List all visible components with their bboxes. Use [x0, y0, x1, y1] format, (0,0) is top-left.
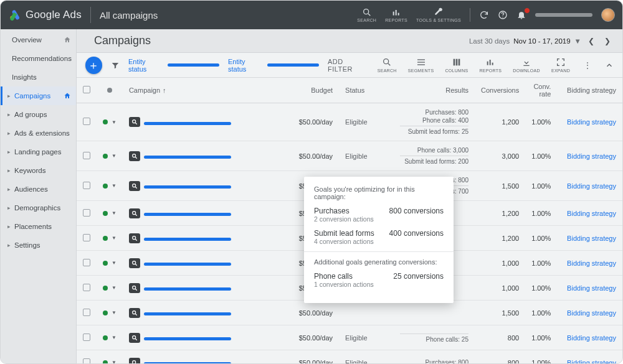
account-picker[interactable]	[535, 13, 592, 17]
row-checkbox[interactable]	[83, 118, 90, 125]
budget-cell[interactable]: $50.00/day	[293, 301, 339, 325]
preview-icon[interactable]	[129, 333, 140, 343]
results-cell[interactable]: Phone calls: 3,000Submit lead forms: 200	[382, 141, 475, 171]
results-cell[interactable]: Phone calls: 25	[382, 325, 475, 350]
table-row[interactable]: ▼$50.00/dayEligiblePurchases: 8008001.00…	[77, 350, 622, 363]
campaign-name-link[interactable]	[144, 185, 231, 189]
status-toggle[interactable]: ▼	[103, 335, 117, 340]
top-search-button[interactable]: SEARCH	[357, 7, 376, 22]
budget-cell[interactable]: $50.00/day	[293, 325, 339, 350]
filter-icon[interactable]	[111, 61, 120, 70]
preview-icon[interactable]	[129, 283, 140, 293]
top-reports-button[interactable]: REPORTS	[385, 7, 407, 22]
table-reports-button[interactable]: REPORTS	[479, 57, 502, 73]
campaign-name-link[interactable]	[144, 122, 231, 125]
date-range-picker[interactable]: Last 30 days Nov 10 - 17, 2019 ▼ ❮ ❯	[469, 35, 614, 47]
top-tools-button[interactable]: TOOLS & SETTINGS	[416, 7, 461, 22]
column-status[interactable]: Status	[345, 86, 364, 94]
row-checkbox[interactable]	[83, 284, 90, 291]
row-checkbox[interactable]	[83, 334, 90, 341]
bidding-strategy-link[interactable]: Bidding strategy	[567, 284, 616, 292]
status-toggle[interactable]: ▼	[103, 119, 117, 125]
column-campaign[interactable]: Campaign	[129, 86, 160, 94]
sidebar-item-overview[interactable]: Overview	[1, 30, 76, 49]
budget-cell[interactable]: $50.00/day	[293, 350, 339, 363]
sidebar-item-audiences[interactable]: ▸Audiences	[1, 180, 76, 198]
row-checkbox[interactable]	[83, 182, 90, 189]
row-checkbox[interactable]	[83, 209, 90, 217]
column-budget[interactable]: Budget	[311, 86, 333, 94]
preview-icon[interactable]	[129, 181, 140, 191]
row-checkbox[interactable]	[83, 259, 90, 266]
table-row[interactable]: ▼$50.00/day1,5001.00%Bidding strategy	[77, 301, 622, 325]
budget-cell[interactable]: $50.00/day	[293, 103, 339, 141]
bidding-strategy-link[interactable]: Bidding strategy	[567, 182, 616, 190]
sidebar-item-campaigns[interactable]: ▸Campaigns	[1, 86, 76, 105]
select-all-checkbox[interactable]	[83, 86, 90, 93]
segments-button[interactable]: SEGMENTS	[408, 57, 434, 73]
column-bidding[interactable]: Bidding strategy	[567, 86, 616, 94]
bidding-strategy-link[interactable]: Bidding strategy	[567, 309, 616, 317]
row-checkbox[interactable]	[83, 309, 90, 316]
date-prev-button[interactable]: ❮	[585, 35, 597, 47]
scope-selector[interactable]: All campaigns	[100, 10, 158, 21]
status-toggle[interactable]: ▼	[103, 310, 117, 315]
preview-icon[interactable]	[129, 233, 140, 243]
download-button[interactable]: DOWNLOAD	[513, 57, 540, 73]
preview-icon[interactable]	[129, 258, 140, 268]
sidebar-item-ad-groups[interactable]: ▸Ad groups	[1, 105, 76, 124]
results-cell[interactable]	[382, 301, 475, 325]
preview-icon[interactable]	[129, 208, 140, 218]
table-search-button[interactable]: SEARCH	[378, 57, 397, 73]
row-checkbox[interactable]	[83, 152, 90, 159]
filter-chip-entity-status-2[interactable]: Entity status	[228, 58, 319, 73]
campaign-name-link[interactable]	[144, 156, 231, 159]
results-cell[interactable]: Purchases: 800Phone calls: 400Submit lea…	[382, 103, 475, 141]
sidebar-item-recommendations[interactable]: Recommendations	[1, 49, 76, 68]
column-conversions[interactable]: Conversions	[481, 86, 519, 94]
bidding-strategy-link[interactable]: Bidding strategy	[567, 235, 616, 242]
columns-button[interactable]: COLUMNS	[445, 57, 468, 73]
expand-button[interactable]: EXPAND	[551, 57, 570, 73]
results-cell[interactable]: Purchases: 800	[382, 350, 475, 363]
status-toggle[interactable]: ▼	[103, 360, 117, 363]
refresh-button[interactable]	[479, 10, 489, 20]
campaign-name-link[interactable]	[144, 312, 231, 315]
new-campaign-button[interactable]: ＋	[85, 57, 102, 74]
sidebar-item-demographics[interactable]: ▸Demographics	[1, 198, 76, 217]
status-toggle[interactable]: ▼	[103, 153, 117, 159]
campaign-name-link[interactable]	[144, 238, 231, 241]
bidding-strategy-link[interactable]: Bidding strategy	[567, 359, 616, 363]
avatar-button[interactable]	[601, 8, 615, 22]
campaign-name-link[interactable]	[144, 263, 231, 266]
status-toggle[interactable]: ▼	[103, 183, 117, 189]
preview-icon[interactable]	[129, 308, 140, 318]
help-button[interactable]	[498, 10, 508, 20]
sidebar-item-landing-pages[interactable]: ▸Landing pages	[1, 142, 76, 161]
bidding-strategy-link[interactable]: Bidding strategy	[567, 152, 616, 160]
table-row[interactable]: ▼$50.00/dayEligiblePhone calls: 3,000Sub…	[77, 141, 622, 171]
status-toggle[interactable]: ▼	[103, 285, 117, 291]
status-toggle[interactable]: ▼	[103, 210, 117, 216]
preview-icon[interactable]	[129, 117, 140, 127]
campaign-name-link[interactable]	[144, 213, 231, 216]
status-toggle[interactable]: ▼	[103, 260, 117, 266]
table-row[interactable]: ▼$50.00/dayEligiblePhone calls: 258001.0…	[77, 325, 622, 350]
preview-icon[interactable]	[129, 358, 140, 363]
more-options-button[interactable]: ⋮	[581, 61, 594, 70]
table-row[interactable]: ▼$50.00/dayEligiblePurchases: 800Phone c…	[77, 103, 622, 141]
date-next-button[interactable]: ❯	[601, 35, 614, 47]
column-results[interactable]: Results	[445, 86, 468, 94]
notifications-button[interactable]	[516, 10, 526, 20]
sidebar-item-settings[interactable]: ▸Settings	[1, 236, 76, 254]
sidebar-item-placements[interactable]: ▸Placements	[1, 217, 76, 236]
brand-home[interactable]: Google Ads	[9, 9, 82, 21]
column-conv-rate[interactable]: Conv. rate	[533, 83, 551, 98]
row-checkbox[interactable]	[83, 234, 90, 241]
budget-cell[interactable]: $50.00/day	[293, 141, 339, 171]
bidding-strategy-link[interactable]: Bidding strategy	[567, 118, 616, 126]
collapse-chart-button[interactable]	[605, 61, 614, 70]
row-checkbox[interactable]	[83, 358, 90, 363]
campaign-name-link[interactable]	[144, 287, 231, 291]
campaign-name-link[interactable]	[144, 362, 231, 363]
